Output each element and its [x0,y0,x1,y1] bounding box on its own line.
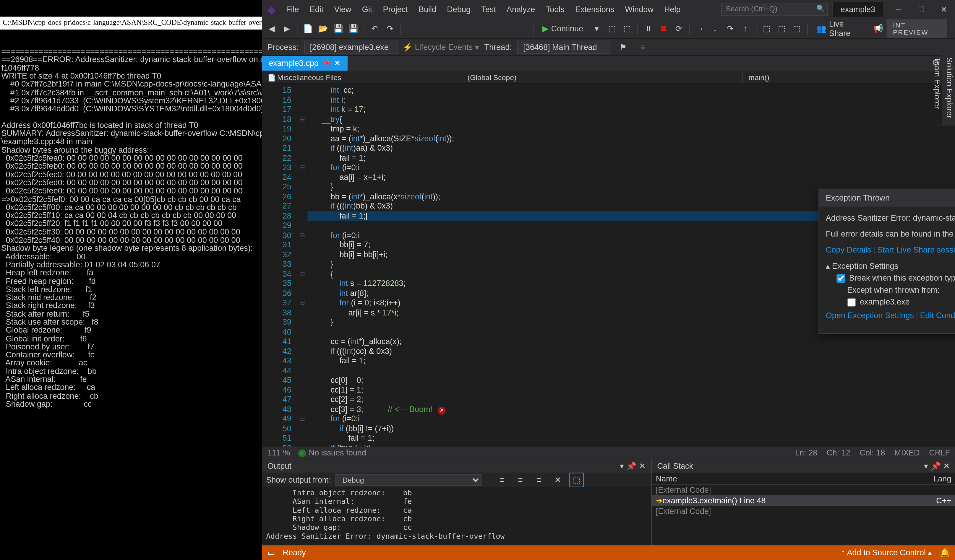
open-exception-settings-link[interactable]: Open Exception Settings [826,311,914,320]
thread-dropdown[interactable]: [36468] Main Thread [517,41,611,54]
exception-settings-header[interactable]: Exception Settings [826,261,955,271]
menu-tools[interactable]: Tools [540,2,570,17]
notifications-icon[interactable]: 🔔 [940,548,950,557]
team-explorer-tab[interactable]: Team Explorer [932,51,944,126]
undo-icon[interactable]: ↶ [368,21,382,36]
continue-button[interactable]: Continue [537,22,589,34]
toolbar-icon[interactable]: ⬚ [605,21,619,36]
line-indicator[interactable]: Ln: 28 [795,448,817,457]
step-out-icon[interactable]: ↑ [738,21,752,36]
add-to-source-control[interactable]: ↑ Add to Source Control ▴ [841,548,932,557]
close-button[interactable]: ✕ [933,0,955,19]
menu-analyze[interactable]: Analyze [501,2,540,17]
maximize-button[interactable]: ☐ [910,0,933,19]
output-panel: Output ▾📌✕ Show output from: Debug ≡ ≡ ≡… [262,459,652,545]
output-tb-icon[interactable]: ≡ [495,473,509,487]
step-icon[interactable]: → [693,21,707,36]
stack-frame-icon[interactable]: ≡ [636,40,651,55]
output-source-dropdown[interactable]: Debug [335,474,482,486]
nav-project[interactable]: Miscellaneous Files [262,72,462,83]
zoom-level[interactable]: 111 % [268,448,290,457]
code-folding[interactable]: ⊟⊟⊟⊟⊟⊟ [298,84,307,446]
menu-extensions[interactable]: Extensions [570,2,620,17]
menu-edit[interactable]: Edit [304,2,329,17]
pin-icon[interactable]: 📌 [323,60,330,67]
eol-indicator[interactable]: CRLF [929,448,950,457]
output-from-label: Show output from: [266,475,331,485]
process-dropdown[interactable]: [26908] example3.exe [304,41,397,54]
copy-details-link[interactable]: Copy Details [826,245,871,255]
output-text[interactable]: Intra object redzone: bb ASan internal: … [262,487,651,545]
dropdown-icon[interactable]: ▾ [924,461,928,471]
menu-view[interactable]: View [329,2,357,17]
editor-tabs: example3.cpp 📌 ✕ ⚙ ▾ [262,56,955,71]
console-body: ========================================… [0,46,262,409]
close-icon[interactable]: ✕ [639,461,646,471]
output-tb-icon[interactable]: ⬚ [569,473,584,487]
redo-icon[interactable]: ↷ [383,21,397,36]
titlebar: ◆ File Edit View Git Project Build Debug… [262,0,955,19]
nav-function[interactable]: main() [743,72,943,83]
exception-message: Address Sanitizer Error: dynamic-stack-b… [826,213,955,223]
solution-explorer-tab[interactable]: Solution Explorer [943,51,955,126]
toolbar-icon[interactable]: ⬚ [759,21,773,36]
nav-back-icon[interactable]: ◀ [265,21,279,36]
callstack-row[interactable]: example3.exe!main() Line 48C++ [652,495,955,506]
menu-build[interactable]: Build [413,2,441,17]
process-label: Process: [268,42,299,52]
callstack-row[interactable]: [External Code] [652,485,955,495]
menu-window[interactable]: Window [620,2,659,17]
lifecycle-events[interactable]: ⚡ Lifecycle Events ▾ [402,42,479,52]
col-name[interactable]: Name [656,474,677,483]
except-checkbox[interactable] [847,298,856,306]
search-input[interactable]: Search (Ctrl+Q) [721,3,828,16]
output-tb-icon[interactable]: ≡ [532,473,546,487]
exception-popup: Exception Thrown 📌 ✕ Address Sanitizer E… [819,189,955,334]
menu-project[interactable]: Project [377,2,413,17]
stop-icon[interactable]: ⏹ [656,21,670,36]
liveshare-button[interactable]: 👥 Live Share [811,19,870,37]
menu-help[interactable]: Help [659,2,686,17]
output-tb-icon[interactable]: ✕ [551,473,565,487]
bottom-panels: Output ▾📌✕ Show output from: Debug ≡ ≡ ≡… [262,459,955,545]
menu-git[interactable]: Git [357,2,378,17]
break-checkbox[interactable] [836,273,845,282]
console-title: C:\MSDN\cpp-docs-pr\docs\c-language\ASAN… [0,17,262,30]
tab-example3[interactable]: example3.cpp 📌 ✕ [262,56,347,71]
flag-icon[interactable]: ⚑ [616,40,631,55]
toolbar-icon[interactable]: ▾ [590,21,604,36]
save-icon[interactable]: 💾 [331,21,345,36]
pin-icon[interactable]: 📌 [626,461,636,471]
menu-file[interactable]: File [281,2,304,17]
pause-icon[interactable]: ⏸ [641,21,655,36]
indent-indicator[interactable]: MIXED [894,448,920,457]
callstack-row[interactable]: [External Code] [652,506,955,516]
nav-fwd-icon[interactable]: ▶ [280,21,294,36]
minimize-button[interactable]: ─ [887,0,910,19]
edit-conditions-link[interactable]: Edit Conditions [920,311,955,320]
save-all-icon[interactable]: 💾 [347,21,361,36]
menu-debug[interactable]: Debug [441,2,476,17]
dropdown-icon[interactable]: ▾ [620,461,624,471]
main-toolbar: ◀ ▶ 📄 📂 💾 💾 ↶ ↷ Continue ▾ ⬚ ⬚ ⏸ ⏹ ⟳ → ↓… [262,19,955,39]
window-title: example3 [832,2,883,17]
feedback-icon[interactable]: 📢 [871,21,885,36]
restart-icon[interactable]: ⟳ [672,21,686,36]
menu-test[interactable]: Test [476,2,501,17]
col-lang[interactable]: Lang [933,474,951,483]
pin-icon[interactable]: 📌 [931,461,941,471]
step-over-icon[interactable]: ↷ [723,21,737,36]
toolbar-icon[interactable]: ⬚ [775,21,789,36]
open-icon[interactable]: 📂 [316,21,330,36]
nav-scope[interactable]: (Global Scope) [462,72,744,83]
toolbar-icon[interactable]: ⬚ [790,21,804,36]
liveshare-link[interactable]: Start Live Share session... [877,245,955,255]
new-icon[interactable]: 📄 [301,21,315,36]
visual-studio-window: ◆ File Edit View Git Project Build Debug… [262,0,955,560]
step-into-icon[interactable]: ↓ [708,21,722,36]
issues-indicator[interactable]: No issues found [298,448,366,457]
output-tb-icon[interactable]: ≡ [513,473,528,487]
close-icon[interactable]: ✕ [943,461,950,471]
toolbar-icon[interactable]: ⬚ [620,21,634,36]
close-tab-icon[interactable]: ✕ [334,59,341,68]
